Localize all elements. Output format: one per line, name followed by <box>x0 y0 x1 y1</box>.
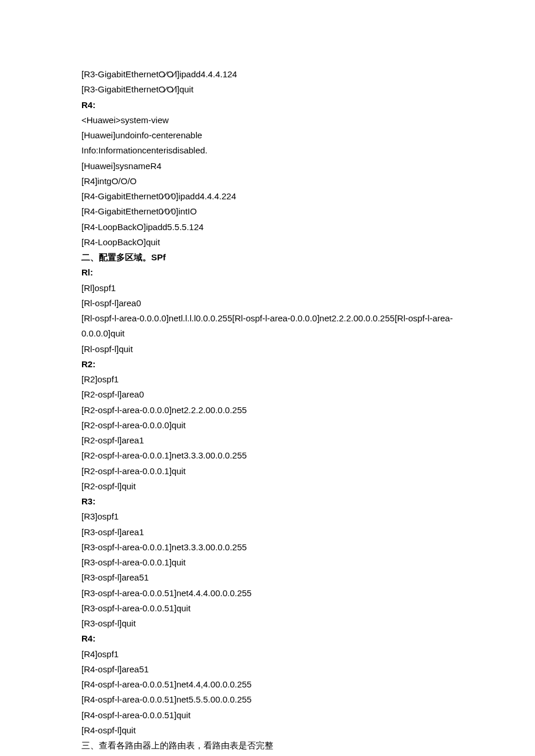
text-line: [R2]ospf1 <box>81 372 454 387</box>
text-line: [Rl-ospf-l-area-0.0.0.0]netl.l.l.l0.0.0.… <box>81 311 454 342</box>
text-line: [Rl-ospf-l]quit <box>81 342 454 357</box>
text-line: [R3-ospf-l]area1 <box>81 525 454 540</box>
text-line: [R3-ospf-l-area-0.0.0.1]net3.3.3.00.0.0.… <box>81 540 454 555</box>
text-line: [R2-ospf-l]area0 <box>81 387 454 402</box>
text-line: Info:Informationcenterisdisabled. <box>81 143 454 158</box>
text-line: [R3]ospf1 <box>81 509 454 524</box>
text-line: [R3-GigabitEthernetO⁄O⁄l]quit <box>81 82 454 97</box>
text-line: R4: <box>81 631 454 646</box>
text-line: 三、查看各路由器上的路由表，看路由表是否完整 <box>81 738 454 753</box>
text-line: [Rl]ospf1 <box>81 281 454 296</box>
text-line: R2: <box>81 357 454 372</box>
text-line: <Huawei>system-view <box>81 113 454 128</box>
text-line: [R4]intgO/O/O <box>81 174 454 189</box>
text-line: [R3-ospf-l]quit <box>81 616 454 631</box>
text-line: [R4]ospf1 <box>81 647 454 662</box>
text-line: R3: <box>81 494 454 509</box>
text-line: [R4-GigabitEthernet0⁄0⁄0]intIO <box>81 204 454 219</box>
text-line: [R4-LoopBackO]ipadd5.5.5.124 <box>81 220 454 235</box>
text-line: Rl: <box>81 265 454 280</box>
text-line: [R3-ospf-l-area-0.0.0.51]net4.4.4.00.0.0… <box>81 586 454 601</box>
text-line: [Rl-ospf-l]area0 <box>81 296 454 311</box>
text-line: [Huawei]undoinfo-centerenable <box>81 128 454 143</box>
text-line: [R2-ospf-l-area-0.0.0.0]net2.2.2.00.0.0.… <box>81 403 454 418</box>
text-line: [R4-LoopBackO]quit <box>81 235 454 250</box>
text-line: [R4-ospf-l-area-0.0.0.51]net4.4,4.00.0.0… <box>81 677 454 692</box>
text-line: [R4-ospf-l]quit <box>81 723 454 738</box>
text-line: R4: <box>81 98 454 113</box>
text-line: [R4-ospf-l-area-0.0.0.51]net5.5.5.00.0.0… <box>81 692 454 707</box>
text-line: [R3-ospf-l-area-0.0.0.1]quit <box>81 555 454 570</box>
text-line: [R4-ospf-l-area-0.0.0.51]quit <box>81 708 454 723</box>
text-line: 二、配置多区域。SPf <box>81 250 454 265</box>
text-line: [R4-ospf-l]area51 <box>81 662 454 677</box>
text-line: [R3-ospf-l]area51 <box>81 570 454 585</box>
text-line: [R2-ospf-l]quit <box>81 479 454 494</box>
document-body: [R3-GigabitEthernetO⁄O⁄l]ipadd4.4.4.124[… <box>81 67 454 753</box>
text-line: [R4-GigabitEthernet0⁄0⁄0]ipadd4.4.4.224 <box>81 189 454 204</box>
text-line: [Huawei]sysnameR4 <box>81 159 454 174</box>
text-line: [R3-GigabitEthernetO⁄O⁄l]ipadd4.4.4.124 <box>81 67 454 82</box>
text-line: [R2-ospf-l-area-0.0.0.1]quit <box>81 464 454 479</box>
text-line: [R2-ospf-l]area1 <box>81 433 454 448</box>
text-line: [R3-ospf-l-area-0.0.0.51]quit <box>81 601 454 616</box>
text-line: [R2-ospf-l-area-0.0.0.1]net3.3.3.00.0.0.… <box>81 448 454 463</box>
text-line: [R2-ospf-l-area-0.0.0.0]quit <box>81 418 454 433</box>
